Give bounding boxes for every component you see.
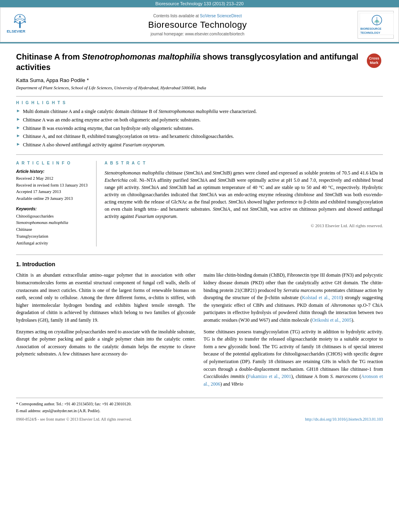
crossmark-badge: CrossMark xyxy=(367,53,383,68)
svg-point-8 xyxy=(25,21,26,23)
svg-text:BIORESOURCE: BIORESOURCE xyxy=(360,27,381,30)
elsevier-logo: ELSEVIER xyxy=(5,14,37,36)
intro-left-column: Chitin is an abundant extracellular amin… xyxy=(16,271,195,392)
svg-point-9 xyxy=(15,18,16,20)
authors-text: Katta Suma, Appa Rao Podile xyxy=(16,77,85,83)
highlight-item-3: ► Chitinase B was exo/endo acting enzyme… xyxy=(16,125,383,132)
keyword-2: Stenotrophomonas maltophilia xyxy=(16,220,90,226)
article-title-section: Chitinase A from Stenotrophomonas maltop… xyxy=(16,51,383,72)
highlight-text-3: Chitinase B was exo/endo acting enzyme, … xyxy=(23,125,194,132)
received-revised-date: Received in revised form 13 January 2013 xyxy=(16,183,90,189)
intro-columns: Chitin is an abundant extracellular amin… xyxy=(16,271,383,392)
ref-orikoshi[interactable]: Orikoshi et al., 2005 xyxy=(312,317,352,323)
footnote-section: * Corresponding author. Tel.: +91 40 231… xyxy=(16,398,383,421)
article-info-label: A R T I C L E I N F O xyxy=(16,161,90,165)
abstract-column: A B S T R A C T Stenotrophomonas maltoph… xyxy=(105,161,383,247)
title-part1: Chitinase A from xyxy=(16,52,82,61)
accepted-date: Accepted 17 January 2013 xyxy=(16,189,90,195)
article-history: Article history: Received 2 May 2012 Rec… xyxy=(16,169,90,202)
journal-citation: Bioresource Technology 133 (2013) 213–22… xyxy=(155,1,243,6)
intro-para-2: Enzymes acting on crystalline polysaccha… xyxy=(16,328,195,358)
journal-title: Bioresource Technology xyxy=(41,20,354,30)
journal-citation-bar: Bioresource Technology 133 (2013) 213–22… xyxy=(0,0,399,7)
received-date: Received 2 May 2012 xyxy=(16,176,90,182)
title-italic: Stenotrophomonas maltophilia xyxy=(82,52,200,61)
svg-point-7 xyxy=(14,21,16,23)
highlight-arrow-3: ► xyxy=(16,125,21,130)
content-area: Chitinase A from Stenotrophomonas maltop… xyxy=(0,43,399,429)
doi-link[interactable]: http://dx.doi.org/10.1016/j.biortech.201… xyxy=(305,417,383,421)
highlights-label: H I G H L I G H T S xyxy=(16,101,383,105)
authors: Katta Suma, Appa Rao Podile * xyxy=(16,77,383,83)
svg-point-11 xyxy=(19,15,21,17)
highlight-item-4: ► Chitinase A, and not chitinase B, exhi… xyxy=(16,133,383,140)
highlight-item-2: ► Chitinase A was an endo acting enzyme … xyxy=(16,117,383,123)
history-label: Article history: xyxy=(16,169,90,174)
svg-text:TECHNOLOGY: TECHNOLOGY xyxy=(360,31,380,34)
intro-para-3: mains like chitin-binding domain (ChBD),… xyxy=(204,271,383,324)
journal-homepage: journal homepage: www.elsevier.com/locat… xyxy=(41,32,354,36)
email-footnote: E-mail address: arpsl@uohyder.net.in (A.… xyxy=(16,408,383,414)
article-title: Chitinase A from Stenotrophomonas maltop… xyxy=(16,51,363,72)
highlight-text-5: Chitinase A also showed antifungal activ… xyxy=(23,142,165,148)
keywords-section: Keywords: Chitooligosaccharides Stenotro… xyxy=(16,207,90,246)
svg-point-10 xyxy=(23,18,25,20)
abstract-label: A B S T R A C T xyxy=(105,161,383,165)
keyword-4: Transglycosylation xyxy=(16,233,90,240)
highlights-section: H I G H L I G H T S ► Multi domain chiti… xyxy=(16,96,383,148)
highlight-arrow-5: ► xyxy=(16,142,21,146)
intro-heading: 1. Introduction xyxy=(16,261,383,267)
abstract-copyright: © 2013 Elsevier Ltd. All rights reserved… xyxy=(105,223,383,228)
intro-para-1: Chitin is an abundant extracellular amin… xyxy=(16,271,195,324)
sciverse-line: Contents lists available at SciVerse Sci… xyxy=(41,14,354,18)
ref-fukamizo[interactable]: Fukamizo et al., 2001 xyxy=(248,374,291,379)
keyword-5: Antifungal activity xyxy=(16,240,90,246)
keywords-label: Keywords: xyxy=(16,207,90,211)
crossmark-icon: CrossMark xyxy=(367,53,381,68)
highlight-text-2: Chitinase A was an endo acting enzyme ac… xyxy=(23,117,201,123)
available-date: Available online 29 January 2013 xyxy=(16,196,90,202)
keyword-3: Chitinase xyxy=(16,226,90,233)
highlight-arrow-1: ► xyxy=(16,108,21,113)
journal-logo-right: BIORESOURCE TECHNOLOGY xyxy=(358,11,394,39)
sciverse-text: Contents lists available at xyxy=(153,14,200,18)
issn-doi-line: 0960-8524/$ - see front matter © 2013 El… xyxy=(16,417,383,421)
intro-right-column: mains like chitin-binding domain (ChBD),… xyxy=(204,271,383,392)
svg-text:ELSEVIER: ELSEVIER xyxy=(7,29,26,33)
highlight-text-4: Chitinase A, and not chitinase B, exhibi… xyxy=(23,133,234,140)
highlight-item-5: ► Chitinase A also showed antifungal act… xyxy=(16,142,383,148)
info-abstract-section: A R T I C L E I N F O Article history: R… xyxy=(16,154,383,247)
issn: 0960-8524/$ - see front matter © 2013 El… xyxy=(16,417,132,421)
abstract-text: Stenotrophomonas maltophilia chitinase (… xyxy=(105,169,383,220)
ref-kolstad[interactable]: Kolstad et al., 2010 xyxy=(302,295,341,300)
keyword-1: Chitooligosaccharides xyxy=(16,213,90,220)
journal-center: Contents lists available at SciVerse Sci… xyxy=(41,14,354,36)
intro-para-4: Some chitinases possess transglycosylati… xyxy=(204,328,383,388)
journal-header: ELSEVIER Contents lists available at Sci… xyxy=(0,7,399,42)
highlight-arrow-4: ► xyxy=(16,133,21,138)
corresponding-marker: * xyxy=(85,77,89,83)
article-info-column: A R T I C L E I N F O Article history: R… xyxy=(16,161,97,247)
highlight-arrow-2: ► xyxy=(16,117,21,121)
highlight-item-1: ► Multi domain chitinase A and a single … xyxy=(16,108,383,115)
highlight-text-1: Multi domain chitinase A and a single ca… xyxy=(23,108,257,115)
sciverse-link[interactable]: SciVerse ScienceDirect xyxy=(200,14,242,18)
highlights-list: ► Multi domain chitinase A and a single … xyxy=(16,108,383,148)
affiliation: Department of Plant Sciences, School of … xyxy=(16,85,383,90)
svg-rect-1 xyxy=(19,21,21,28)
introduction-section: 1. Introduction Chitin is an abundant ex… xyxy=(16,255,383,392)
corresponding-footnote: * Corresponding author. Tel.: +91 40 231… xyxy=(16,401,383,407)
